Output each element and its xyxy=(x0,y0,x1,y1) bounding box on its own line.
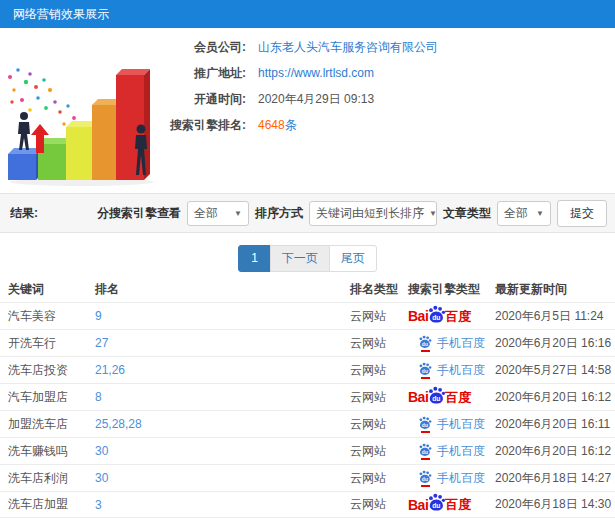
svg-text:du: du xyxy=(422,369,428,374)
baidu-paw-icon: du xyxy=(418,470,432,484)
rank-link[interactable]: 21,26 xyxy=(95,363,350,377)
rank-type-cell: 云网站 xyxy=(350,308,408,325)
update-time-cell: 2020年6月20日 16:11 xyxy=(495,416,615,433)
baidu-mobile-logo: du手机百度 xyxy=(418,416,485,433)
next-page-button[interactable]: 下一页 xyxy=(270,245,330,272)
open-time-label: 开通时间: xyxy=(138,91,246,108)
member-company-label: 会员公司: xyxy=(138,39,246,56)
rank-link[interactable]: 30 xyxy=(95,444,350,458)
rank-link[interactable]: 3 xyxy=(95,498,350,512)
header-rank-type: 排名类型 xyxy=(350,281,408,298)
baidu-pc-logo: Baidu百度 xyxy=(408,307,471,326)
update-time-cell: 2020年6月20日 16:12 xyxy=(495,443,615,460)
table-row: 洗车店加盟3云网站Baidu百度2020年6月18日 14:30 xyxy=(0,491,615,518)
engine-rank-label: 搜索引擎排名: xyxy=(138,117,246,134)
promo-url-label: 推广地址: xyxy=(138,65,246,82)
sort-mode-select[interactable]: 关键词由短到长排序 ▼ xyxy=(309,201,437,226)
baidu-mobile-logo: du手机百度 xyxy=(418,362,485,379)
open-time-value: 2020年4月29日 09:13 xyxy=(258,91,374,108)
promo-url-link[interactable]: https://www.lrtlsd.com xyxy=(258,66,374,80)
engine-cell: du手机百度 xyxy=(408,362,495,379)
rank-link[interactable]: 25,28,28 xyxy=(95,417,350,431)
keyword-cell: 汽车美容 xyxy=(0,308,95,325)
article-type-label: 文章类型 xyxy=(443,205,491,222)
engine-cell: du手机百度 xyxy=(408,443,495,460)
svg-text:du: du xyxy=(422,342,428,347)
header-rank: 排名 xyxy=(95,281,350,298)
keyword-cell: 开洗车行 xyxy=(0,335,95,352)
keyword-cell: 洗车店利润 xyxy=(0,470,95,487)
baidu-mobile-logo: du手机百度 xyxy=(418,335,485,352)
table-row: 洗车店利润30云网站du手机百度2020年6月18日 14:27 xyxy=(0,464,615,491)
baidu-paw-icon: du xyxy=(418,443,432,457)
result-label: 结果: xyxy=(10,205,38,222)
update-time-cell: 2020年6月18日 14:27 xyxy=(495,470,615,487)
engine-view-select[interactable]: 全部 ▼ xyxy=(187,201,249,226)
svg-text:du: du xyxy=(422,450,428,455)
app-header: 网络营销效果展示 xyxy=(0,0,615,28)
header-engine-type: 搜索引擎类型 xyxy=(408,281,495,298)
rank-type-cell: 云网站 xyxy=(350,389,408,406)
results-table: 关键词 排名 排名类型 搜索引擎类型 最新更新时间 汽车美容9云网站Baidu百… xyxy=(0,277,615,518)
engine-view-selected: 全部 xyxy=(194,205,218,222)
engine-cell: du手机百度 xyxy=(408,335,495,352)
baidu-paw-icon: du xyxy=(418,416,432,430)
rank-link[interactable]: 30 xyxy=(95,471,350,485)
baidu-mobile-label: 手机百度 xyxy=(437,416,485,433)
table-row: 加盟洗车店25,28,28云网站du手机百度2020年6月20日 16:11 xyxy=(0,410,615,437)
table-header-row: 关键词 排名 排名类型 搜索引擎类型 最新更新时间 xyxy=(0,277,615,302)
keyword-cell: 汽车加盟店 xyxy=(0,389,95,406)
chevron-down-icon: ▼ xyxy=(234,209,242,218)
submit-button[interactable]: 提交 xyxy=(557,200,607,227)
baidu-paw-icon: du xyxy=(418,362,432,376)
rank-link[interactable]: 9 xyxy=(95,309,350,323)
engine-cell: du手机百度 xyxy=(408,416,495,433)
baidu-mobile-icon: du xyxy=(418,416,432,433)
chevron-down-icon: ▼ xyxy=(536,209,544,218)
header-update-time: 最新更新时间 xyxy=(495,281,615,298)
baidu-mobile-label: 手机百度 xyxy=(437,470,485,487)
baidu-mobile-label: 手机百度 xyxy=(437,443,485,460)
rank-type-cell: 云网站 xyxy=(350,335,408,352)
baidu-paw-icon: du xyxy=(427,493,446,512)
engine-rank-value: 4648条 xyxy=(258,117,297,134)
info-row: 推广地址: https://www.lrtlsd.com xyxy=(138,60,438,86)
update-time-cell: 2020年5月27日 14:58 xyxy=(495,362,615,379)
keyword-cell: 洗车店投资 xyxy=(0,362,95,379)
page: 网络营销效果展示 xyxy=(0,0,615,520)
baidu-mobile-logo: du手机百度 xyxy=(418,443,485,460)
article-type-selected: 全部 xyxy=(504,205,528,222)
keyword-cell: 洗车赚钱吗 xyxy=(0,443,95,460)
chevron-down-icon: ▼ xyxy=(429,209,437,218)
table-row: 汽车加盟店8云网站Baidu百度2020年6月20日 16:12 xyxy=(0,383,615,410)
info-row: 会员公司: 山东老人头汽车服务咨询有限公司 xyxy=(138,34,438,60)
rank-type-cell: 云网站 xyxy=(350,416,408,433)
baidu-mobile-label: 手机百度 xyxy=(437,362,485,379)
last-page-button[interactable]: 尾页 xyxy=(329,245,377,272)
update-time-cell: 2020年6月20日 16:16 xyxy=(495,335,615,352)
engine-cell: du手机百度 xyxy=(408,470,495,487)
filter-controls: 分搜索引擎查看 全部 ▼ 排序方式 关键词由短到长排序 ▼ 文章类型 全部 ▼ … xyxy=(97,200,615,227)
baidu-logo-cn: 百度 xyxy=(445,391,471,404)
page-title: 网络营销效果展示 xyxy=(13,7,109,21)
rank-link[interactable]: 8 xyxy=(95,390,350,404)
baidu-paw-icon: du xyxy=(418,335,432,349)
pagination: 1 下一页 尾页 xyxy=(0,245,615,272)
baidu-logo-cn: 百度 xyxy=(445,310,471,323)
page-1-button[interactable]: 1 xyxy=(238,245,271,272)
sort-mode-label: 排序方式 xyxy=(255,205,303,222)
member-info-section: 会员公司: 山东老人头汽车服务咨询有限公司 推广地址: https://www.… xyxy=(138,34,438,138)
article-type-select[interactable]: 全部 ▼ xyxy=(497,201,551,226)
engine-view-label: 分搜索引擎查看 xyxy=(97,205,181,222)
rank-count: 4648 xyxy=(258,118,285,132)
engine-cell: Baidu百度 xyxy=(408,307,495,326)
table-row: 洗车赚钱吗30云网站du手机百度2020年6月20日 16:12 xyxy=(0,437,615,464)
member-company-link[interactable]: 山东老人头汽车服务咨询有限公司 xyxy=(258,39,438,56)
table-row: 汽车美容9云网站Baidu百度2020年6月5日 11:24 xyxy=(0,302,615,329)
sort-mode-selected: 关键词由短到长排序 xyxy=(316,205,424,222)
rank-type-cell: 云网站 xyxy=(350,443,408,460)
svg-text:du: du xyxy=(422,477,428,482)
rank-link[interactable]: 27 xyxy=(95,336,350,350)
baidu-logo-text: Bai xyxy=(408,309,428,323)
rank-type-cell: 云网站 xyxy=(350,362,408,379)
